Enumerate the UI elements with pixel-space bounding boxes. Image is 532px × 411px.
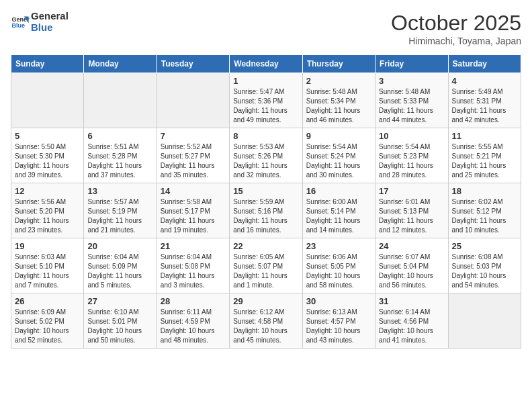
day-number: 6	[87, 131, 152, 141]
logo: General Blue General Blue	[11, 11, 69, 33]
day-info: Sunrise: 5:51 AM Sunset: 5:28 PM Dayligh…	[87, 142, 152, 180]
day-info: Sunrise: 6:01 AM Sunset: 5:13 PM Dayligh…	[379, 197, 444, 235]
day-info: Sunrise: 5:56 AM Sunset: 5:20 PM Dayligh…	[15, 197, 80, 235]
day-number: 19	[15, 241, 80, 251]
calendar-cell: 11Sunrise: 5:55 AM Sunset: 5:21 PM Dayli…	[448, 128, 521, 183]
day-number: 30	[306, 296, 371, 306]
calendar-cell: 18Sunrise: 6:02 AM Sunset: 5:12 PM Dayli…	[448, 183, 521, 238]
calendar-cell: 5Sunrise: 5:50 AM Sunset: 5:30 PM Daylig…	[11, 128, 84, 183]
weekday-header-saturday: Saturday	[448, 55, 521, 73]
calendar-cell: 13Sunrise: 5:57 AM Sunset: 5:19 PM Dayli…	[84, 183, 157, 238]
day-info: Sunrise: 5:54 AM Sunset: 5:23 PM Dayligh…	[379, 142, 444, 180]
day-number: 11	[452, 131, 517, 141]
calendar-cell: 25Sunrise: 6:08 AM Sunset: 5:03 PM Dayli…	[448, 238, 521, 293]
calendar-table: SundayMondayTuesdayWednesdayThursdayFrid…	[11, 54, 521, 349]
calendar-cell: 22Sunrise: 6:05 AM Sunset: 5:07 PM Dayli…	[230, 238, 302, 293]
calendar-week-row: 12Sunrise: 5:56 AM Sunset: 5:20 PM Dayli…	[11, 183, 521, 238]
day-number: 23	[306, 241, 371, 251]
logo-line1: General	[31, 11, 69, 22]
day-number: 5	[15, 131, 80, 141]
calendar-cell: 10Sunrise: 5:54 AM Sunset: 5:23 PM Dayli…	[375, 128, 448, 183]
weekday-header-friday: Friday	[375, 55, 448, 73]
calendar-cell	[448, 293, 521, 349]
day-number: 3	[379, 76, 444, 86]
calendar-cell: 28Sunrise: 6:11 AM Sunset: 4:59 PM Dayli…	[157, 293, 229, 349]
calendar-cell: 9Sunrise: 5:54 AM Sunset: 5:24 PM Daylig…	[302, 128, 375, 183]
calendar-week-row: 19Sunrise: 6:03 AM Sunset: 5:10 PM Dayli…	[11, 238, 521, 293]
calendar-cell: 27Sunrise: 6:10 AM Sunset: 5:01 PM Dayli…	[84, 293, 157, 349]
calendar-cell	[84, 73, 157, 128]
day-number: 1	[233, 76, 298, 86]
calendar-week-row: 1Sunrise: 5:47 AM Sunset: 5:36 PM Daylig…	[11, 73, 521, 128]
day-number: 25	[452, 241, 517, 251]
calendar-cell: 3Sunrise: 5:48 AM Sunset: 5:33 PM Daylig…	[375, 73, 448, 128]
calendar-cell: 15Sunrise: 5:59 AM Sunset: 5:16 PM Dayli…	[230, 183, 302, 238]
day-info: Sunrise: 5:47 AM Sunset: 5:36 PM Dayligh…	[233, 87, 298, 125]
weekday-header-sunday: Sunday	[11, 55, 84, 73]
calendar-cell: 1Sunrise: 5:47 AM Sunset: 5:36 PM Daylig…	[230, 73, 302, 128]
calendar-cell: 16Sunrise: 6:00 AM Sunset: 5:14 PM Dayli…	[302, 183, 375, 238]
day-info: Sunrise: 5:59 AM Sunset: 5:16 PM Dayligh…	[233, 197, 298, 235]
calendar-cell: 19Sunrise: 6:03 AM Sunset: 5:10 PM Dayli…	[11, 238, 84, 293]
day-number: 31	[379, 296, 444, 306]
day-number: 28	[161, 296, 226, 306]
day-number: 26	[15, 296, 80, 306]
day-info: Sunrise: 6:05 AM Sunset: 5:07 PM Dayligh…	[233, 253, 298, 290]
day-number: 18	[452, 186, 517, 196]
day-info: Sunrise: 6:08 AM Sunset: 5:03 PM Dayligh…	[452, 253, 517, 290]
day-number: 15	[233, 186, 298, 196]
day-number: 9	[306, 131, 371, 141]
calendar-cell: 2Sunrise: 5:48 AM Sunset: 5:34 PM Daylig…	[302, 73, 375, 128]
day-info: Sunrise: 5:53 AM Sunset: 5:26 PM Dayligh…	[233, 142, 298, 180]
day-number: 16	[306, 186, 371, 196]
logo-line2: Blue	[31, 22, 69, 34]
day-info: Sunrise: 5:49 AM Sunset: 5:31 PM Dayligh…	[452, 87, 517, 125]
calendar-cell: 29Sunrise: 6:12 AM Sunset: 4:58 PM Dayli…	[230, 293, 302, 349]
day-number: 20	[87, 241, 152, 251]
calendar-cell: 31Sunrise: 6:14 AM Sunset: 4:56 PM Dayli…	[375, 293, 448, 349]
day-number: 12	[15, 186, 80, 196]
day-number: 21	[161, 241, 226, 251]
day-info: Sunrise: 5:57 AM Sunset: 5:19 PM Dayligh…	[87, 197, 152, 235]
day-number: 13	[87, 186, 152, 196]
calendar-cell	[157, 73, 229, 128]
day-number: 17	[379, 186, 444, 196]
day-info: Sunrise: 6:07 AM Sunset: 5:04 PM Dayligh…	[379, 253, 444, 290]
weekday-header-row: SundayMondayTuesdayWednesdayThursdayFrid…	[11, 55, 521, 73]
calendar-cell: 17Sunrise: 6:01 AM Sunset: 5:13 PM Dayli…	[375, 183, 448, 238]
calendar-cell: 4Sunrise: 5:49 AM Sunset: 5:31 PM Daylig…	[448, 73, 521, 128]
day-info: Sunrise: 6:04 AM Sunset: 5:08 PM Dayligh…	[161, 253, 226, 290]
weekday-header-tuesday: Tuesday	[157, 55, 229, 73]
day-number: 14	[161, 186, 226, 196]
day-info: Sunrise: 5:48 AM Sunset: 5:34 PM Dayligh…	[306, 87, 371, 125]
day-info: Sunrise: 6:04 AM Sunset: 5:09 PM Dayligh…	[87, 253, 152, 290]
day-number: 24	[379, 241, 444, 251]
day-info: Sunrise: 6:11 AM Sunset: 4:59 PM Dayligh…	[161, 308, 226, 345]
day-info: Sunrise: 5:55 AM Sunset: 5:21 PM Dayligh…	[452, 142, 517, 180]
day-info: Sunrise: 5:50 AM Sunset: 5:30 PM Dayligh…	[15, 142, 80, 180]
calendar-cell: 30Sunrise: 6:13 AM Sunset: 4:57 PM Dayli…	[302, 293, 375, 349]
day-number: 8	[233, 131, 298, 141]
day-info: Sunrise: 6:03 AM Sunset: 5:10 PM Dayligh…	[15, 253, 80, 290]
calendar-week-row: 5Sunrise: 5:50 AM Sunset: 5:30 PM Daylig…	[11, 128, 521, 183]
subtitle: Himimachi, Toyama, Japan	[391, 36, 521, 46]
day-info: Sunrise: 6:13 AM Sunset: 4:57 PM Dayligh…	[306, 308, 371, 345]
day-info: Sunrise: 5:52 AM Sunset: 5:27 PM Dayligh…	[161, 142, 226, 180]
calendar-cell: 7Sunrise: 5:52 AM Sunset: 5:27 PM Daylig…	[157, 128, 229, 183]
day-info: Sunrise: 6:14 AM Sunset: 4:56 PM Dayligh…	[379, 308, 444, 345]
day-info: Sunrise: 5:58 AM Sunset: 5:17 PM Dayligh…	[161, 197, 226, 235]
title-block: October 2025 Himimachi, Toyama, Japan	[391, 11, 521, 46]
calendar-cell: 14Sunrise: 5:58 AM Sunset: 5:17 PM Dayli…	[157, 183, 229, 238]
page-header: General Blue General Blue October 2025 H…	[11, 11, 521, 46]
day-number: 7	[161, 131, 226, 141]
day-info: Sunrise: 5:54 AM Sunset: 5:24 PM Dayligh…	[306, 142, 371, 180]
day-info: Sunrise: 6:12 AM Sunset: 4:58 PM Dayligh…	[233, 308, 298, 345]
day-number: 2	[306, 76, 371, 86]
day-number: 22	[233, 241, 298, 251]
day-info: Sunrise: 6:00 AM Sunset: 5:14 PM Dayligh…	[306, 197, 371, 235]
calendar-cell: 21Sunrise: 6:04 AM Sunset: 5:08 PM Dayli…	[157, 238, 229, 293]
day-info: Sunrise: 6:02 AM Sunset: 5:12 PM Dayligh…	[452, 197, 517, 235]
calendar-cell: 8Sunrise: 5:53 AM Sunset: 5:26 PM Daylig…	[230, 128, 302, 183]
calendar-cell	[11, 73, 84, 128]
logo-icon: General Blue	[11, 13, 30, 32]
